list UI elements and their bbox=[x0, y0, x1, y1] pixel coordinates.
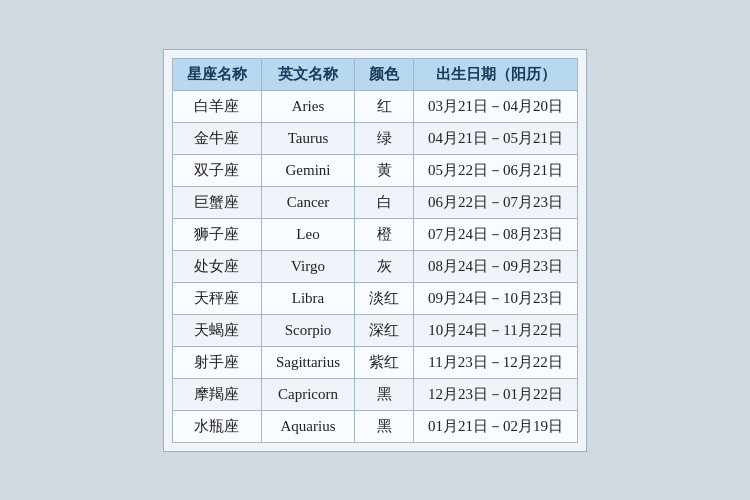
cell-color: 橙 bbox=[355, 218, 414, 250]
table-row: 摩羯座Capricorn黑12月23日－01月22日 bbox=[172, 378, 577, 410]
cell-english-name: Libra bbox=[261, 282, 354, 314]
cell-birth-date: 01月21日－02月19日 bbox=[414, 410, 578, 442]
cell-chinese-name: 天蝎座 bbox=[172, 314, 261, 346]
cell-birth-date: 03月21日－04月20日 bbox=[414, 90, 578, 122]
cell-birth-date: 12月23日－01月22日 bbox=[414, 378, 578, 410]
cell-color: 黑 bbox=[355, 378, 414, 410]
zodiac-table: 星座名称 英文名称 颜色 出生日期（阳历） 白羊座Aries红03月21日－04… bbox=[172, 58, 578, 443]
cell-chinese-name: 双子座 bbox=[172, 154, 261, 186]
table-row: 巨蟹座Cancer白06月22日－07月23日 bbox=[172, 186, 577, 218]
cell-english-name: Taurus bbox=[261, 122, 354, 154]
cell-birth-date: 04月21日－05月21日 bbox=[414, 122, 578, 154]
cell-color: 黑 bbox=[355, 410, 414, 442]
cell-english-name: Gemini bbox=[261, 154, 354, 186]
cell-english-name: Capricorn bbox=[261, 378, 354, 410]
cell-chinese-name: 巨蟹座 bbox=[172, 186, 261, 218]
table-body: 白羊座Aries红03月21日－04月20日金牛座Taurus绿04月21日－0… bbox=[172, 90, 577, 442]
cell-birth-date: 10月24日－11月22日 bbox=[414, 314, 578, 346]
cell-birth-date: 05月22日－06月21日 bbox=[414, 154, 578, 186]
cell-color: 黄 bbox=[355, 154, 414, 186]
table-header-row: 星座名称 英文名称 颜色 出生日期（阳历） bbox=[172, 58, 577, 90]
cell-color: 深红 bbox=[355, 314, 414, 346]
cell-color: 红 bbox=[355, 90, 414, 122]
cell-chinese-name: 天秤座 bbox=[172, 282, 261, 314]
cell-chinese-name: 金牛座 bbox=[172, 122, 261, 154]
cell-color: 淡红 bbox=[355, 282, 414, 314]
cell-birth-date: 09月24日－10月23日 bbox=[414, 282, 578, 314]
cell-color: 白 bbox=[355, 186, 414, 218]
cell-chinese-name: 处女座 bbox=[172, 250, 261, 282]
cell-english-name: Aries bbox=[261, 90, 354, 122]
table-row: 双子座Gemini黄05月22日－06月21日 bbox=[172, 154, 577, 186]
table-row: 天秤座Libra淡红09月24日－10月23日 bbox=[172, 282, 577, 314]
zodiac-table-container: 星座名称 英文名称 颜色 出生日期（阳历） 白羊座Aries红03月21日－04… bbox=[163, 49, 587, 452]
cell-birth-date: 06月22日－07月23日 bbox=[414, 186, 578, 218]
cell-birth-date: 11月23日－12月22日 bbox=[414, 346, 578, 378]
table-row: 白羊座Aries红03月21日－04月20日 bbox=[172, 90, 577, 122]
cell-english-name: Aquarius bbox=[261, 410, 354, 442]
cell-chinese-name: 水瓶座 bbox=[172, 410, 261, 442]
cell-chinese-name: 狮子座 bbox=[172, 218, 261, 250]
cell-chinese-name: 摩羯座 bbox=[172, 378, 261, 410]
table-row: 金牛座Taurus绿04月21日－05月21日 bbox=[172, 122, 577, 154]
cell-chinese-name: 白羊座 bbox=[172, 90, 261, 122]
table-row: 处女座Virgo灰08月24日－09月23日 bbox=[172, 250, 577, 282]
header-color: 颜色 bbox=[355, 58, 414, 90]
cell-english-name: Scorpio bbox=[261, 314, 354, 346]
header-english-name: 英文名称 bbox=[261, 58, 354, 90]
table-row: 射手座Sagittarius紫红11月23日－12月22日 bbox=[172, 346, 577, 378]
cell-english-name: Cancer bbox=[261, 186, 354, 218]
header-birth-date: 出生日期（阳历） bbox=[414, 58, 578, 90]
cell-chinese-name: 射手座 bbox=[172, 346, 261, 378]
cell-birth-date: 08月24日－09月23日 bbox=[414, 250, 578, 282]
table-row: 水瓶座Aquarius黑01月21日－02月19日 bbox=[172, 410, 577, 442]
cell-color: 绿 bbox=[355, 122, 414, 154]
table-row: 狮子座Leo橙07月24日－08月23日 bbox=[172, 218, 577, 250]
cell-color: 紫红 bbox=[355, 346, 414, 378]
header-chinese-name: 星座名称 bbox=[172, 58, 261, 90]
cell-english-name: Leo bbox=[261, 218, 354, 250]
cell-english-name: Sagittarius bbox=[261, 346, 354, 378]
cell-english-name: Virgo bbox=[261, 250, 354, 282]
cell-color: 灰 bbox=[355, 250, 414, 282]
table-row: 天蝎座Scorpio深红10月24日－11月22日 bbox=[172, 314, 577, 346]
cell-birth-date: 07月24日－08月23日 bbox=[414, 218, 578, 250]
